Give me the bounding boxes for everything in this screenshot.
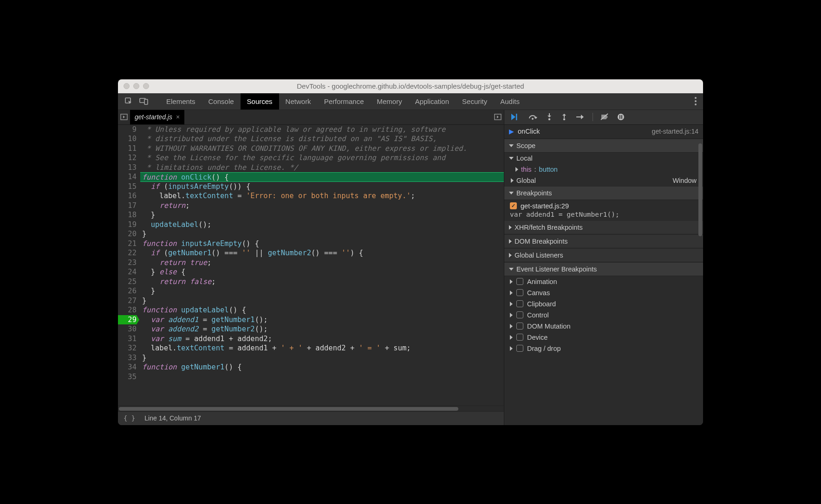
event-category-checkbox[interactable] <box>516 289 523 296</box>
editor-horizontal-scrollbar[interactable] <box>118 406 504 411</box>
svg-point-6 <box>532 118 534 120</box>
event-category-item[interactable]: Control <box>504 310 703 321</box>
step-over-icon[interactable] <box>528 113 538 121</box>
panel-tab-network[interactable]: Network <box>279 93 318 110</box>
step-icon[interactable] <box>576 114 585 120</box>
panel-tab-sources[interactable]: Sources <box>241 93 279 110</box>
chevron-right-icon <box>510 346 513 351</box>
code-line[interactable]: * WITHOUT WARRANTIES OR CONDITIONS OF AN… <box>140 144 504 154</box>
code-line[interactable]: * Unless required by applicable law or a… <box>140 125 504 135</box>
file-tab-name: get-started.js <box>135 113 172 121</box>
code-line[interactable]: return; <box>140 201 504 211</box>
scope-local[interactable]: Local <box>504 153 703 164</box>
resume-icon[interactable] <box>511 113 520 121</box>
more-tabs-icon[interactable] <box>492 113 504 121</box>
chevron-right-icon <box>510 335 513 340</box>
file-tab[interactable]: get-started.js × <box>130 110 184 124</box>
code-line[interactable]: * distributed under the License is distr… <box>140 134 504 144</box>
code-line[interactable]: * See the License for the specific langu… <box>140 153 504 163</box>
code-line[interactable]: return true; <box>140 258 504 268</box>
code-line[interactable]: return false; <box>140 277 504 287</box>
deactivate-breakpoints-icon[interactable] <box>600 113 609 121</box>
svg-point-9 <box>563 118 565 120</box>
sidebar-vertical-scrollbar[interactable] <box>698 125 703 425</box>
panel-tab-application[interactable]: Application <box>409 93 456 110</box>
event-category-checkbox[interactable] <box>516 300 523 307</box>
panel-tab-security[interactable]: Security <box>456 93 494 110</box>
traffic-minimize[interactable] <box>133 83 139 89</box>
panel-tab-memory[interactable]: Memory <box>371 93 409 110</box>
breakpoint-item[interactable]: ✓ get-started.js:29 var addend1 = getNum… <box>504 200 703 220</box>
code-line[interactable]: } <box>140 286 504 296</box>
panel-tab-audits[interactable]: Audits <box>494 93 526 110</box>
scope-variable-this[interactable]: this: button <box>504 164 703 175</box>
call-frame-name: onClick <box>518 128 540 135</box>
svg-rect-2 <box>144 99 148 104</box>
global-listeners-header[interactable]: Global Listeners <box>504 248 703 262</box>
event-category-checkbox[interactable] <box>516 345 523 352</box>
breakpoint-checkbox[interactable]: ✓ <box>510 202 517 209</box>
scope-global[interactable]: Global Window <box>504 175 703 186</box>
code-line[interactable] <box>140 372 504 382</box>
code-line[interactable]: if (inputsAreEmpty()) { <box>140 182 504 192</box>
code-editor[interactable]: 9101112131415161718192021222324252627282… <box>118 125 504 406</box>
panel-tab-elements[interactable]: Elements <box>160 93 202 110</box>
code-line[interactable]: function onClick() { <box>140 172 504 182</box>
code-line[interactable]: if (getNumber1() === '' || getNumber2() … <box>140 248 504 258</box>
pause-on-exceptions-icon[interactable] <box>617 113 625 121</box>
code-line[interactable]: } <box>140 229 504 239</box>
step-into-icon[interactable] <box>546 113 553 121</box>
code-line[interactable]: } <box>140 210 504 220</box>
dom-breakpoints-header[interactable]: DOM Breakpoints <box>504 234 703 248</box>
chevron-right-icon <box>509 239 512 244</box>
code-line[interactable]: } <box>140 296 504 306</box>
show-navigator-icon[interactable] <box>118 113 130 121</box>
scope-header[interactable]: Scope <box>504 139 703 153</box>
event-category-item[interactable]: DOM Mutation <box>504 321 703 332</box>
device-toggle-icon[interactable] <box>139 97 149 105</box>
event-category-item[interactable]: Animation <box>504 276 703 287</box>
event-category-item[interactable]: Canvas <box>504 287 703 298</box>
panel-tab-performance[interactable]: Performance <box>318 93 371 110</box>
step-out-icon[interactable] <box>561 113 567 121</box>
event-listener-breakpoints-header[interactable]: Event Listener Breakpoints <box>504 262 703 276</box>
code-line[interactable]: updateLabel(); <box>140 220 504 230</box>
line-gutter[interactable]: 9101112131415161718192021222324252627282… <box>118 125 140 406</box>
event-category-item[interactable]: Clipboard <box>504 298 703 310</box>
event-category-checkbox[interactable] <box>516 278 523 285</box>
code-line[interactable]: * limitations under the License. */ <box>140 163 504 173</box>
code-line[interactable]: function getNumber1() { <box>140 362 504 372</box>
editor-tabbar: get-started.js × <box>118 110 504 125</box>
call-stack-frame[interactable]: ▶ onClick get-started.js:14 <box>504 125 703 139</box>
code-line[interactable]: var addend1 = getNumber1(); <box>140 315 504 325</box>
main-toolbar: ElementsConsoleSourcesNetworkPerformance… <box>118 93 703 110</box>
event-category-checkbox[interactable] <box>516 334 523 341</box>
chevron-right-icon <box>510 313 513 317</box>
code-line[interactable]: var addend2 = getNumber2(); <box>140 324 504 334</box>
event-category-checkbox[interactable] <box>516 323 523 330</box>
current-frame-arrow-icon: ▶ <box>509 128 514 135</box>
code-line[interactable]: } else { <box>140 267 504 277</box>
event-category-checkbox[interactable] <box>516 311 523 318</box>
traffic-zoom[interactable] <box>143 83 149 89</box>
code-area[interactable]: * Unless required by applicable law or a… <box>140 125 504 406</box>
panel-tab-console[interactable]: Console <box>202 93 241 110</box>
pretty-print-icon[interactable]: { } <box>124 414 135 422</box>
breakpoint-label: get-started.js:29 <box>521 202 569 210</box>
code-line[interactable]: label.textContent = addend1 + ' + ' + ad… <box>140 343 504 353</box>
traffic-close[interactable] <box>124 83 130 89</box>
more-menu-icon[interactable] <box>695 97 697 105</box>
chevron-right-icon <box>510 302 513 306</box>
close-tab-icon[interactable]: × <box>176 113 180 121</box>
event-category-item[interactable]: Device <box>504 332 703 343</box>
code-line[interactable]: var sum = addend1 + addend2; <box>140 334 504 344</box>
breakpoints-header[interactable]: Breakpoints <box>504 186 703 200</box>
chevron-down-icon <box>509 144 514 147</box>
inspect-element-icon[interactable] <box>124 97 133 105</box>
xhr-breakpoints-header[interactable]: XHR/fetch Breakpoints <box>504 220 703 234</box>
code-line[interactable]: function updateLabel() { <box>140 305 504 315</box>
code-line[interactable]: label.textContent = 'Error: one or both … <box>140 191 504 201</box>
code-line[interactable]: } <box>140 353 504 363</box>
code-line[interactable]: function inputsAreEmpty() { <box>140 239 504 249</box>
event-category-item[interactable]: Drag / drop <box>504 343 703 354</box>
